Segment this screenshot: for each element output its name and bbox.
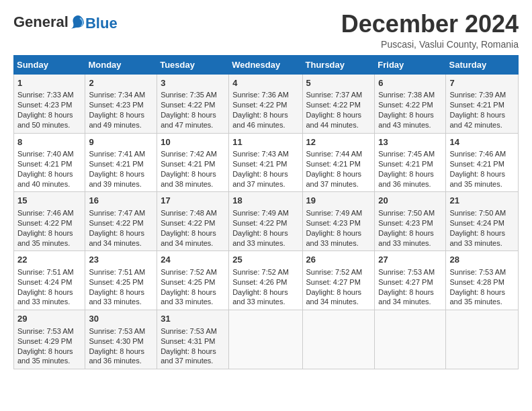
day-number: 19 <box>306 195 371 207</box>
day-number: 21 <box>449 195 515 207</box>
day-info-line: Sunrise: 7:48 AM <box>161 209 217 217</box>
day-number: 28 <box>449 254 515 266</box>
day-info-line: Sunset: 4:31 PM <box>161 337 215 345</box>
day-info-line: Daylight: 8 hours <box>161 170 216 178</box>
day-info-line: and 33 minutes. <box>306 239 359 247</box>
day-info-line: Daylight: 8 hours <box>89 111 144 119</box>
day-info-line: Daylight: 8 hours <box>89 170 144 178</box>
day-info-line: and 33 minutes. <box>232 239 285 247</box>
day-number: 20 <box>378 195 442 207</box>
table-row: 28Sunrise: 7:53 AMSunset: 4:28 PMDayligh… <box>446 251 519 310</box>
day-info-line: and 36 minutes. <box>89 357 141 365</box>
day-info-line: Sunrise: 7:36 AM <box>232 91 289 99</box>
table-row: 14Sunrise: 7:46 AMSunset: 4:21 PMDayligh… <box>446 133 519 192</box>
day-info-line: Sunset: 4:30 PM <box>89 337 143 345</box>
day-info-line: Sunrise: 7:38 AM <box>378 91 435 99</box>
calendar-week-row: 8Sunrise: 7:40 AMSunset: 4:21 PMDaylight… <box>14 133 519 192</box>
day-info-line: Sunrise: 7:51 AM <box>17 268 74 276</box>
day-info-line: Sunrise: 7:46 AM <box>449 150 506 158</box>
day-info-line: Sunrise: 7:43 AM <box>232 150 289 158</box>
table-row: 26Sunrise: 7:52 AMSunset: 4:27 PMDayligh… <box>302 251 375 310</box>
calendar-week-row: 15Sunrise: 7:46 AMSunset: 4:22 PMDayligh… <box>14 192 519 251</box>
day-info-line: and 33 minutes. <box>232 298 285 306</box>
day-info-line: Sunrise: 7:53 AM <box>449 268 506 276</box>
day-info-line: and 37 minutes. <box>306 180 359 188</box>
col-friday: Friday <box>375 55 446 74</box>
day-number: 26 <box>306 254 371 266</box>
day-info-line: Daylight: 8 hours <box>17 111 73 119</box>
calendar-table: Sunday Monday Tuesday Wednesday Thursday… <box>13 55 519 370</box>
day-info-line: Sunset: 4:25 PM <box>161 278 215 286</box>
day-info-line: and 37 minutes. <box>161 357 213 365</box>
table-row: 2Sunrise: 7:34 AMSunset: 4:23 PMDaylight… <box>85 74 157 133</box>
day-info-line: Daylight: 8 hours <box>232 229 288 237</box>
day-info-line: and 34 minutes. <box>89 239 141 247</box>
day-info-line: Sunset: 4:23 PM <box>378 219 433 227</box>
day-info-line: Sunrise: 7:47 AM <box>89 209 145 217</box>
table-row: 29Sunrise: 7:53 AMSunset: 4:29 PMDayligh… <box>14 310 85 369</box>
day-info-line: Sunset: 4:24 PM <box>17 278 72 286</box>
day-info-line: Sunset: 4:27 PM <box>306 278 361 286</box>
table-row: 12Sunrise: 7:44 AMSunset: 4:21 PMDayligh… <box>302 133 375 192</box>
day-info-line: Sunset: 4:28 PM <box>449 278 504 286</box>
day-info-line: Sunset: 4:21 PM <box>449 101 504 109</box>
day-info-line: and 35 minutes. <box>17 239 70 247</box>
day-info-line: Sunset: 4:21 PM <box>232 160 287 168</box>
day-info-line: and 33 minutes. <box>378 239 431 247</box>
day-info-line: Daylight: 8 hours <box>378 111 434 119</box>
table-row: 5Sunrise: 7:37 AMSunset: 4:22 PMDaylight… <box>302 74 375 133</box>
day-info-line: Sunset: 4:21 PM <box>449 160 504 168</box>
day-number: 6 <box>378 77 442 89</box>
day-info-line: Sunrise: 7:33 AM <box>17 91 74 99</box>
day-info-line: Daylight: 8 hours <box>449 170 505 178</box>
day-info-line: Sunset: 4:22 PM <box>378 101 433 109</box>
table-row: 19Sunrise: 7:49 AMSunset: 4:23 PMDayligh… <box>302 192 375 251</box>
day-info-line: and 42 minutes. <box>449 121 502 129</box>
day-number: 7 <box>449 77 515 89</box>
day-info-line: and 35 minutes. <box>449 298 502 306</box>
day-info-line: Sunset: 4:23 PM <box>89 101 143 109</box>
day-info-line: Sunrise: 7:44 AM <box>306 150 363 158</box>
day-info-line: Daylight: 8 hours <box>232 170 288 178</box>
day-info-line: and 33 minutes. <box>449 239 502 247</box>
day-info-line: Daylight: 8 hours <box>232 111 288 119</box>
day-info-line: Sunrise: 7:52 AM <box>161 268 217 276</box>
table-row: 24Sunrise: 7:52 AMSunset: 4:25 PMDayligh… <box>157 251 229 310</box>
day-info-line: Sunset: 4:21 PM <box>306 160 361 168</box>
day-info-line: and 34 minutes. <box>378 298 431 306</box>
day-number: 1 <box>17 77 81 89</box>
day-info-line: Sunset: 4:23 PM <box>17 101 72 109</box>
day-info-line: Sunrise: 7:34 AM <box>89 91 145 99</box>
day-info-line: Sunrise: 7:37 AM <box>306 91 363 99</box>
day-number: 27 <box>378 254 442 266</box>
table-row: 31Sunrise: 7:53 AMSunset: 4:31 PMDayligh… <box>157 310 229 369</box>
day-number: 31 <box>161 313 225 325</box>
day-number: 11 <box>232 136 298 148</box>
day-info-line: Sunrise: 7:49 AM <box>306 209 363 217</box>
day-number: 3 <box>161 77 225 89</box>
day-number: 22 <box>17 254 81 266</box>
col-thursday: Thursday <box>302 55 375 74</box>
day-number: 17 <box>161 195 225 207</box>
day-number: 8 <box>17 136 81 148</box>
day-info-line: Daylight: 8 hours <box>449 229 505 237</box>
title-block: December 2024 Puscasi, Vaslui County, Ro… <box>341 11 519 50</box>
calendar-week-row: 22Sunrise: 7:51 AMSunset: 4:24 PMDayligh… <box>14 251 519 310</box>
day-info-line: Sunrise: 7:45 AM <box>378 150 435 158</box>
table-row: 1Sunrise: 7:33 AMSunset: 4:23 PMDaylight… <box>14 74 85 133</box>
day-info-line: Daylight: 8 hours <box>449 111 505 119</box>
day-info-line: Daylight: 8 hours <box>161 229 216 237</box>
day-info-line: Sunset: 4:21 PM <box>378 160 433 168</box>
day-info-line: Sunrise: 7:53 AM <box>161 327 217 335</box>
logo: General Blue <box>13 13 118 32</box>
day-info-line: and 39 minutes. <box>89 180 141 188</box>
calendar-week-row: 29Sunrise: 7:53 AMSunset: 4:29 PMDayligh… <box>14 310 519 369</box>
day-info-line: Sunset: 4:22 PM <box>17 219 72 227</box>
day-number: 5 <box>306 77 371 89</box>
day-info-line: and 49 minutes. <box>89 121 141 129</box>
day-info-line: Sunrise: 7:53 AM <box>378 268 435 276</box>
day-info-line: Sunset: 4:22 PM <box>161 101 215 109</box>
day-number: 10 <box>161 136 225 148</box>
day-info-line: Sunrise: 7:40 AM <box>17 150 74 158</box>
header: General Blue December 2024 Puscasi, Vasl… <box>13 11 519 50</box>
